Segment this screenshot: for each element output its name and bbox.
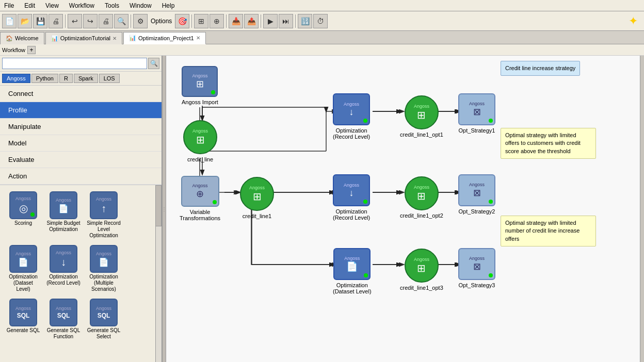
menu-tools[interactable]: Tools [103, 1, 121, 10]
node-simple-budget[interactable]: Angoss 📄 Simple Budget Optimization [44, 189, 83, 241]
nav-profile[interactable]: Profile [0, 102, 162, 119]
wf-node-credit-line1-opt2[interactable]: Angoss ⊞ credit_line1_opt2 [400, 176, 443, 219]
workflow-canvas[interactable]: Angoss ⊞ Angoss Import Angoss ⊞ credit_l… [166, 56, 644, 362]
target-button[interactable]: 🎯 [175, 14, 189, 28]
new-button[interactable]: 📄 [2, 14, 17, 28]
find-button[interactable]: 🔍 [114, 14, 128, 28]
knime-logo-icon: ✦ [629, 14, 638, 28]
wf-node-angoss-import[interactable]: Angoss ⊞ Angoss Import [182, 66, 218, 105]
filter-spark[interactable]: Spark [74, 74, 98, 83]
tab-project-close[interactable]: ✕ [196, 35, 200, 41]
nav-model[interactable]: Model [0, 135, 162, 152]
filter-los[interactable]: LOS [99, 74, 120, 83]
tab-project-icon: 📊 [129, 35, 136, 41]
filter-python[interactable]: Python [31, 74, 58, 83]
node-simple-record[interactable]: Angoss ↑ Simple Record Level Optimizatio… [85, 189, 123, 241]
sep2 [131, 14, 131, 28]
import-button[interactable]: 📥 [229, 14, 243, 28]
wf-node-opt-strategy2[interactable]: Angoss ⊠ Opt_Strategy2 [458, 174, 495, 215]
node-gen-sql-fn[interactable]: Angoss SQL Generate SQL Function [44, 297, 83, 342]
menu-edit[interactable]: Edit [22, 1, 37, 10]
tab-welcome[interactable]: 🏠 Welcome [0, 32, 44, 44]
center-button[interactable]: ⊕ [210, 14, 224, 28]
tab-tutorial-close[interactable]: ✕ [112, 36, 117, 41]
save-button[interactable]: 💾 [33, 14, 47, 28]
nav-action[interactable]: Action [0, 168, 162, 185]
wf-node-opt-strategy3[interactable]: Angoss ⊠ Opt_Strategy3 [458, 248, 495, 288]
export2-button[interactable]: 📤 [244, 14, 259, 28]
tab-project-label: Optimization_Project1 [138, 35, 194, 41]
wf-node-credit-line1-opt3[interactable]: Angoss ⊞ credit_line1_opt3 [400, 249, 443, 291]
open-button[interactable]: 📂 [18, 14, 32, 28]
search-input[interactable] [2, 58, 147, 69]
workflow-label: Workflow [2, 47, 25, 53]
wf-node-opt-strategy1[interactable]: Angoss ⊠ Opt_Strategy1 [458, 93, 495, 134]
wf-node-variable-transform[interactable]: Angoss ⊕ VariableTransformations [180, 176, 220, 221]
wf-node-credit-line[interactable]: Angoss ⊞ credit_line [183, 120, 217, 162]
menu-view[interactable]: View [43, 1, 61, 10]
grid-button[interactable]: ⊞ [194, 14, 208, 28]
toolbar: 📄 📂 💾 🖨 ↩ ↪ 🖨 🔍 ⚙ Options 🎯 ⊞ ⊕ 📥 📤 ▶ ⏭ … [0, 11, 644, 31]
wf-label-credit-line1-opt1: credit_line1_opt1 [400, 131, 443, 138]
workflow-add-button[interactable]: + [27, 46, 36, 54]
node-simple-budget-label: Simple Budget Optimization [46, 220, 81, 233]
node-opt-record[interactable]: Angoss ↓ Optimization (Record Level) [44, 243, 83, 294]
node-opt-dataset-label: Optimization (Dataset Level) [6, 274, 40, 292]
wf-label-angoss-import: Angoss Import [182, 99, 218, 105]
nav-manipulate[interactable]: Manipulate [0, 119, 162, 135]
search-button[interactable]: 🔍 [148, 58, 159, 69]
sep3 [191, 14, 192, 28]
nav-evaluate[interactable]: Evaluate [0, 152, 162, 168]
workflow-strip: Workflow + [0, 44, 644, 56]
print-button[interactable]: 🖨 [99, 14, 113, 28]
filter-tabs: Angoss Python R Spark LOS [0, 72, 162, 86]
wf-node-opt-record2[interactable]: Angoss ↓ Optimization(Record Level) [333, 174, 370, 221]
annotation-optimal-strategy2: Optimal strategy with limited number of … [501, 216, 596, 246]
counter-button[interactable]: 🔢 [298, 14, 312, 28]
search-bar: 🔍 [0, 56, 162, 72]
filter-angoss[interactable]: Angoss [2, 74, 30, 83]
nav-connect[interactable]: Connect [0, 86, 162, 102]
run-all-button[interactable]: ⏭ [279, 14, 293, 28]
filter-r[interactable]: R [59, 74, 73, 83]
tab-optimization-tutorial[interactable]: 📊 OptimizationTutorial ✕ [45, 32, 122, 44]
tab-tutorial-label: OptimizationTutorial [60, 35, 110, 41]
wf-node-credit-line1[interactable]: Angoss ⊞ credit_line1 [240, 177, 274, 219]
wf-node-opt-record1[interactable]: Angoss ↓ Optimization(Record Level) [333, 93, 370, 140]
node-gen-sql-label: Generate SQL [7, 327, 40, 334]
options-label: Options [149, 18, 174, 25]
sep6 [295, 14, 296, 28]
node-gen-sql-sel[interactable]: Angoss SQL Generate SQL Select [85, 297, 123, 342]
menu-workflow[interactable]: Workflow [67, 1, 96, 10]
redo-button[interactable]: ↪ [83, 14, 98, 28]
timer-button[interactable]: ⏱ [313, 14, 328, 28]
undo-button[interactable]: ↩ [68, 14, 82, 28]
node-gen-sql[interactable]: Angoss SQL Generate SQL [4, 297, 42, 342]
settings-button[interactable]: ⚙ [133, 14, 148, 28]
tab-tutorial-icon: 📊 [51, 35, 58, 42]
node-simple-record-label: Simple Record Level Optimization [87, 220, 121, 239]
scrollbar-track[interactable] [155, 185, 162, 362]
scrollbar-thumb[interactable] [155, 185, 162, 226]
wf-label-opt-strategy2: Opt_Strategy2 [459, 208, 495, 215]
nav-list: Connect Profile Manipulate Model Evaluat… [0, 86, 162, 185]
wf-node-opt-dataset[interactable]: Angoss 📄 Optimization(Dataset Level) [333, 248, 372, 294]
node-opt-dataset[interactable]: Angoss 📄 Optimization (Dataset Level) [4, 243, 42, 294]
node-opt-multiple[interactable]: Angoss 📄 Optimization (Multiple Scenario… [85, 243, 123, 294]
right-panel-handle[interactable] [640, 56, 644, 362]
node-opt-multiple-label: Optimization (Multiple Scenarios) [87, 274, 121, 292]
panel-splitter[interactable]: ⋮ [162, 56, 166, 362]
wf-node-credit-line1-opt1[interactable]: Angoss ⊞ credit_line1_opt1 [400, 95, 443, 138]
menu-file[interactable]: File [2, 1, 16, 10]
run-button[interactable]: ▶ [263, 14, 278, 28]
node-grid: Angoss ◎ Scoring Angoss 📄 Simple Budget … [0, 185, 162, 346]
wf-label-opt-strategy3: Opt_Strategy3 [459, 282, 495, 288]
menu-help[interactable]: Help [160, 1, 177, 10]
node-scoring[interactable]: Angoss ◎ Scoring [4, 189, 42, 241]
menu-window[interactable]: Window [127, 1, 154, 10]
tab-optimization-project[interactable]: 📊 Optimization_Project1 ✕ [123, 32, 206, 44]
wf-label-credit-line: credit_line [187, 156, 213, 162]
export-button[interactable]: 🖨 [49, 14, 63, 28]
wf-label-opt-strategy1: Opt_Strategy1 [459, 127, 495, 134]
sep1 [65, 14, 66, 28]
